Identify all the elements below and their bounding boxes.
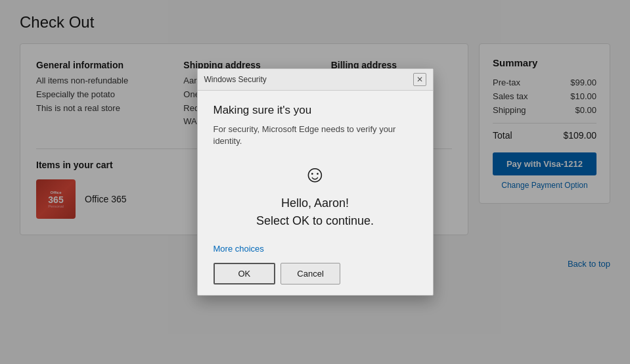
dialog-titlebar: Windows Security ✕ bbox=[198, 69, 433, 91]
dialog-ok-button[interactable]: OK bbox=[214, 263, 276, 284]
dialog-overlay: Windows Security ✕ Making sure it's you … bbox=[0, 0, 630, 364]
dialog-description: For security, Microsoft Edge needs to ve… bbox=[214, 124, 417, 147]
dialog-more-choices[interactable]: More choices bbox=[214, 244, 264, 254]
dialog-close-button[interactable]: ✕ bbox=[413, 73, 426, 86]
dialog-titlebar-text: Windows Security bbox=[204, 75, 267, 84]
dialog-title: Making sure it's you bbox=[214, 104, 417, 117]
windows-security-dialog: Windows Security ✕ Making sure it's you … bbox=[197, 68, 434, 296]
dialog-hello-line2: Select OK to continue. bbox=[256, 214, 374, 227]
dialog-hello-line1: Hello, Aaron! bbox=[281, 196, 349, 210]
dialog-hello: Hello, Aaron! Select OK to continue. bbox=[214, 194, 417, 230]
dialog-face-icon: ☺ bbox=[214, 160, 417, 188]
dialog-cancel-button[interactable]: Cancel bbox=[281, 263, 340, 284]
dialog-buttons: OK Cancel bbox=[214, 263, 417, 284]
dialog-body: Making sure it's you For security, Micro… bbox=[198, 91, 433, 295]
